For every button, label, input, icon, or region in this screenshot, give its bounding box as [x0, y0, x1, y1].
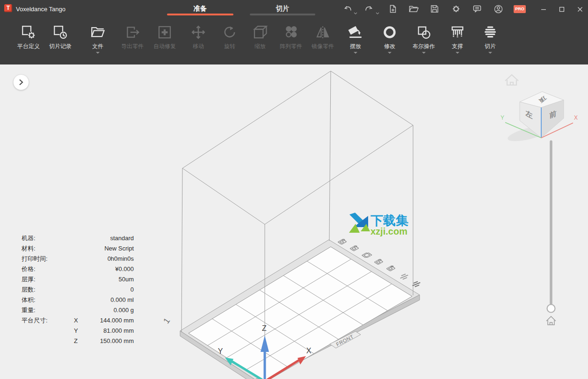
tab-slice-underline	[250, 14, 315, 15]
tab-prepare[interactable]: 准备	[167, 0, 233, 19]
dropdown-caret[interactable]	[354, 52, 357, 54]
tab-slice[interactable]: 切片	[250, 0, 315, 19]
move-icon	[181, 21, 215, 43]
watermark-name: 下载集	[370, 214, 408, 228]
pro-badge: PRO	[514, 5, 526, 13]
machine-icon[interactable]	[362, 252, 372, 258]
toolbar-label: 支撑	[441, 43, 474, 50]
toolbar-label: 导出零件	[116, 43, 149, 50]
disc-icon[interactable]	[399, 273, 409, 280]
nav-cube-axis-x-label: X	[574, 114, 578, 121]
toolbar-button-file[interactable]: 文件	[81, 21, 115, 64]
toolbar-button-move: 移动	[181, 21, 215, 64]
dropdown-caret[interactable]	[96, 52, 100, 54]
toolbar-label: 切片记录	[44, 43, 77, 50]
toolbar-label: 移动	[181, 43, 215, 50]
info-label: 价格:	[22, 264, 36, 274]
toolbar-label: 文件	[81, 43, 115, 50]
toolbar-label: 平台定义	[12, 43, 45, 50]
auto-repair-icon	[148, 21, 181, 43]
info-row-material: 材料: New Script	[22, 243, 134, 254]
toolbar-label: 自动修复	[148, 43, 181, 50]
expand-panel-button[interactable]	[13, 74, 29, 90]
redo-icon[interactable]	[363, 3, 374, 14]
close-button[interactable]	[574, 3, 586, 15]
info-label: 打印时间:	[22, 254, 48, 264]
app-window: T Voxeldance Tango 准备 切片	[0, 0, 588, 379]
file-icon	[81, 21, 115, 43]
view-home-icon[interactable]	[505, 75, 518, 85]
info-label: 层厚:	[22, 274, 36, 285]
toolbar-button-mirror-parts: 镜像零件	[306, 21, 340, 64]
axis-y-label: Y	[218, 347, 223, 355]
info-label: 重量:	[22, 305, 36, 315]
info-label: 平台尺寸:	[22, 315, 74, 326]
toolbar-label: 布尔操作	[407, 43, 441, 50]
zoom-slider-knob[interactable]	[547, 305, 555, 313]
undo-icon[interactable]	[342, 3, 354, 14]
watermark: 下载集 xzji.com	[349, 213, 408, 236]
undo-dropdown-caret[interactable]	[354, 8, 357, 12]
toolbar-button-platform-define[interactable]: 平台定义	[12, 21, 45, 64]
toolbar-button-modify[interactable]: 修改	[373, 21, 407, 64]
platform-define-icon	[12, 21, 45, 43]
toolbar-label: 阵列零件	[274, 43, 308, 50]
axis-x-label: X	[306, 347, 312, 355]
info-panel: 机器: standard 材料: New Script 打印时间: 0h0min…	[22, 233, 134, 346]
dropdown-caret[interactable]	[456, 52, 459, 54]
redo-dropdown-caret[interactable]	[376, 8, 379, 12]
dropdown-caret[interactable]	[488, 52, 492, 54]
new-file-icon[interactable]	[387, 3, 399, 14]
tab-prepare-label: 准备	[167, 4, 233, 13]
toolbar-button-support[interactable]: 支撑	[441, 21, 474, 64]
axis-z-label: Z	[262, 324, 267, 332]
arrange-icon	[339, 21, 372, 43]
toolbar-button-slice-record[interactable]: 切片记录	[44, 21, 77, 64]
toolbar-label: 切片	[473, 43, 507, 50]
toolbar-button-scale: 缩放	[243, 21, 277, 64]
info-row-platform-size-x: 平台尺寸: X 144.000 mm	[22, 315, 134, 326]
scale-icon	[243, 21, 277, 43]
settings-gear-icon[interactable]	[450, 3, 462, 14]
modify-icon	[373, 21, 407, 43]
minimize-button[interactable]	[537, 3, 550, 15]
dropdown-caret[interactable]	[388, 52, 392, 54]
rotate-icon	[213, 21, 247, 43]
maximize-button[interactable]	[556, 3, 568, 15]
toolbar-label: 旋转	[213, 43, 247, 50]
toolbar-button-boolean[interactable]: 布尔操作	[407, 21, 441, 64]
mirror-parts-icon	[306, 21, 340, 43]
toolbar-button-array-parts: 阵列零件	[274, 21, 308, 64]
feedback-icon[interactable]	[472, 3, 483, 14]
nav-cube[interactable]: 顶 左 前 Y X	[501, 92, 578, 144]
zoom-home-icon[interactable]	[546, 316, 556, 325]
toolbar-label: 镜像零件	[306, 43, 340, 50]
info-label: 层数:	[22, 285, 36, 295]
slice-record-icon	[44, 21, 77, 43]
app-title: Voxeldance Tango	[16, 0, 65, 19]
watermark-site: xzji.com	[370, 226, 407, 236]
chevron-right-icon	[18, 79, 24, 86]
viewport-3d[interactable]: FRONT 1	[0, 64, 588, 379]
axis-name: Y	[74, 326, 82, 336]
toolbar-button-arrange[interactable]: 摆放	[339, 21, 372, 64]
machine-icon[interactable]	[338, 239, 347, 244]
info-value: 81.000 mm	[103, 326, 134, 336]
zoom-slider[interactable]	[547, 142, 555, 313]
info-row-layer-count: 层数: 0	[22, 285, 134, 295]
app-logo-icon: T	[4, 4, 12, 12]
toolbar-button-slice[interactable]: 切片	[473, 21, 507, 64]
info-value: 150.000 mm	[100, 336, 134, 346]
machine-icon[interactable]	[386, 265, 396, 271]
open-file-icon[interactable]	[408, 3, 419, 14]
save-icon[interactable]	[429, 3, 440, 14]
info-row-machine: 机器: standard	[22, 233, 134, 243]
machine-icon[interactable]	[374, 259, 384, 265]
axis-name: Z	[74, 336, 82, 346]
info-label: 材料:	[22, 243, 36, 254]
info-row-print-time: 打印时间: 0h0min0s	[22, 254, 134, 264]
export-part-icon	[116, 21, 149, 43]
dropdown-caret[interactable]	[422, 52, 426, 54]
machine-icon[interactable]	[350, 245, 359, 251]
account-icon[interactable]	[493, 3, 504, 14]
